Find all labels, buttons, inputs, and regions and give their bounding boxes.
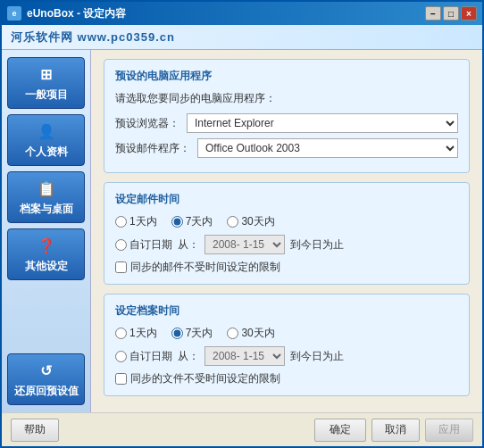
- cancel-button[interactable]: 取消: [371, 419, 420, 442]
- other-icon: ❓: [36, 235, 57, 256]
- file-radio-30d-label: 30天内: [241, 326, 274, 341]
- section-computer-apps: 预设的电脑应用程序 请选取您要同步的电脑应用程序： 预设浏览器： Interne…: [104, 59, 470, 173]
- file-date-select[interactable]: 2008- 1-15: [204, 346, 285, 366]
- minimize-button[interactable]: −: [425, 6, 441, 21]
- sidebar-label-other: 其他设定: [25, 259, 68, 274]
- files-icon: 📋: [36, 178, 57, 199]
- email-time-radio-group: 1天内 7天内 30天内: [115, 214, 458, 229]
- sidebar-label-general: 一般项目: [25, 87, 68, 103]
- email-from-label: 从：: [178, 237, 199, 253]
- apply-button[interactable]: 应用: [425, 419, 473, 442]
- email-radio-1d-label: 1天内: [129, 214, 157, 229]
- file-radio-1d-input[interactable]: [115, 328, 127, 339]
- email-radio-30d[interactable]: 30天内: [227, 214, 274, 229]
- browser-select[interactable]: Internet Explorer Firefox Chrome: [187, 113, 458, 133]
- intro-text: 请选取您要同步的电脑应用程序：: [115, 91, 458, 106]
- email-radio-custom-label: 自订日期: [129, 237, 172, 253]
- file-radio-30d-input[interactable]: [227, 328, 238, 339]
- watermark-strip: 河乐软件网 www.pc0359.cn: [2, 25, 482, 50]
- email-row: 预设邮件程序： Office Outlook 2003 Outlook Expr…: [115, 138, 458, 158]
- sidebar-label-restore: 还原回预设值: [14, 384, 79, 399]
- email-to-label: 到今日为止: [290, 237, 344, 253]
- email-radio-1d-input[interactable]: [115, 216, 127, 228]
- email-radio-7d[interactable]: 7天内: [171, 214, 213, 229]
- restore-icon: ↺: [36, 360, 57, 381]
- email-custom-date-row: 自订日期 从： 2008- 1-15 到今日为止: [115, 235, 458, 254]
- file-time-radio-group: 1天内 7天内 30天内: [115, 326, 458, 341]
- email-checkbox-row: 同步的邮件不受时间设定的限制: [115, 260, 458, 275]
- app-icon: e: [7, 6, 21, 21]
- file-radio-1d-label: 1天内: [129, 326, 157, 341]
- email-date-select[interactable]: 2008- 1-15: [204, 235, 285, 254]
- sidebar-item-files-desktop[interactable]: 📋 档案与桌面: [7, 171, 85, 223]
- sidebar-item-general[interactable]: ⊞ 一般项目: [7, 57, 85, 109]
- sidebar-item-personal[interactable]: 👤 个人资料: [7, 114, 85, 166]
- section-email-time: 设定邮件时间 1天内 7天内 30天内: [104, 182, 470, 285]
- button-group: 确定 取消 应用: [314, 419, 473, 442]
- file-radio-custom[interactable]: 自订日期: [115, 349, 172, 364]
- window-title: eUnoBox - 设定内容: [27, 6, 425, 21]
- email-no-limit-label: 同步的邮件不受时间设定的限制: [130, 260, 280, 275]
- file-radio-custom-label: 自订日期: [129, 349, 172, 364]
- titlebar-buttons: − □ ×: [425, 6, 477, 21]
- email-radio-7d-input[interactable]: [171, 216, 183, 228]
- watermark-text: 河乐软件网 www.pc0359.cn: [11, 29, 175, 46]
- main-window: e eUnoBox - 设定内容 − □ × 河乐软件网 www.pc0359.…: [0, 0, 484, 448]
- maximize-button[interactable]: □: [443, 6, 459, 21]
- general-icon: ⊞: [36, 63, 57, 85]
- bottom-bar: 帮助 确定 取消 应用: [2, 412, 482, 446]
- sidebar-label-personal: 个人资料: [25, 145, 68, 160]
- help-button[interactable]: 帮助: [11, 419, 59, 442]
- email-radio-custom[interactable]: 自订日期: [115, 237, 172, 253]
- file-time-title: 设定档案时间: [115, 303, 458, 319]
- file-from-label: 从：: [178, 349, 199, 364]
- file-radio-7d-input[interactable]: [171, 328, 183, 339]
- file-radio-7d-label: 7天内: [186, 326, 213, 341]
- sidebar-item-other[interactable]: ❓ 其他设定: [7, 228, 85, 280]
- browser-row: 预设浏览器： Internet Explorer Firefox Chrome: [115, 113, 458, 133]
- sidebar-item-restore[interactable]: ↺ 还原回预设值: [7, 353, 85, 405]
- titlebar: e eUnoBox - 设定内容 − □ ×: [2, 2, 482, 25]
- email-radio-30d-label: 30天内: [241, 214, 274, 229]
- file-radio-1d[interactable]: 1天内: [115, 326, 157, 341]
- sidebar: ⊞ 一般项目 👤 个人资料 📋 档案与桌面 ❓ 其他设定 ↺ 还原回预设值: [2, 50, 91, 412]
- file-no-limit-checkbox[interactable]: [115, 373, 127, 385]
- email-select[interactable]: Office Outlook 2003 Outlook Express Foxm…: [197, 138, 458, 158]
- email-time-title: 设定邮件时间: [115, 192, 458, 207]
- file-radio-30d[interactable]: 30天内: [227, 326, 274, 341]
- file-custom-date-row: 自订日期 从： 2008- 1-15 到今日为止: [115, 346, 458, 366]
- file-radio-custom-input[interactable]: [115, 351, 127, 362]
- email-radio-1d[interactable]: 1天内: [115, 214, 157, 229]
- file-to-label: 到今日为止: [290, 349, 344, 364]
- email-label: 预设邮件程序：: [115, 141, 190, 156]
- file-radio-7d[interactable]: 7天内: [171, 326, 213, 341]
- email-no-limit-checkbox[interactable]: [115, 261, 127, 273]
- ok-button[interactable]: 确定: [314, 419, 366, 442]
- file-checkbox-row: 同步的文件不受时间设定的限制: [115, 371, 458, 386]
- email-radio-30d-input[interactable]: [227, 216, 238, 228]
- close-button[interactable]: ×: [461, 6, 477, 21]
- file-no-limit-label: 同步的文件不受时间设定的限制: [130, 371, 280, 386]
- browser-label: 预设浏览器：: [115, 116, 179, 131]
- email-radio-7d-label: 7天内: [186, 214, 213, 229]
- sidebar-label-files: 档案与桌面: [20, 202, 73, 217]
- right-panel: 预设的电脑应用程序 请选取您要同步的电脑应用程序： 预设浏览器： Interne…: [91, 50, 482, 412]
- sidebar-spacer: [7, 286, 85, 348]
- section-computer-title: 预设的电脑应用程序: [115, 69, 458, 84]
- main-content: ⊞ 一般项目 👤 个人资料 📋 档案与桌面 ❓ 其他设定 ↺ 还原回预设值: [2, 50, 482, 412]
- email-radio-custom-input[interactable]: [115, 239, 127, 251]
- section-file-time: 设定档案时间 1天内 7天内 30天内: [104, 294, 470, 396]
- personal-icon: 👤: [36, 120, 57, 142]
